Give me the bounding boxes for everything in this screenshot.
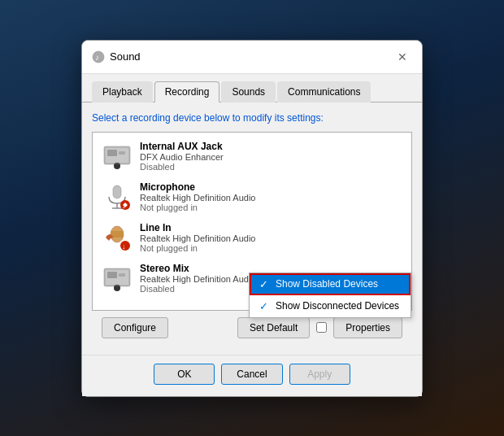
check-icon: ✓ xyxy=(258,278,269,290)
title-bar: ♪ Sound ✕ xyxy=(82,41,422,74)
device-name: Microphone xyxy=(140,181,402,193)
configure-button[interactable]: Configure xyxy=(102,317,168,338)
device-name: Line In xyxy=(140,222,402,233)
microphone-icon: ↓ xyxy=(102,182,132,211)
svg-text:↓: ↓ xyxy=(122,202,126,210)
list-item[interactable]: ↓ Line In Realtek High Definition Audio … xyxy=(96,217,408,258)
tab-communications[interactable]: Communications xyxy=(277,81,371,102)
default-checkbox[interactable] xyxy=(316,322,327,333)
svg-rect-19 xyxy=(119,273,125,277)
device-status: Not plugged in xyxy=(140,243,402,253)
dialog-bottom-bar: OK Cancel Apply xyxy=(82,355,422,396)
device-sub: Realtek High Definition Audio xyxy=(140,233,402,243)
context-item-label: Show Disabled Devices xyxy=(276,278,378,290)
svg-rect-4 xyxy=(107,150,117,156)
cancel-button[interactable]: Cancel xyxy=(221,364,282,385)
stereo-mix-icon xyxy=(102,264,132,293)
title-bar-left: ♪ Sound xyxy=(92,50,141,63)
device-info: Microphone Realtek High Definition Audio… xyxy=(140,181,402,212)
list-item[interactable]: ↓ Microphone Realtek High Definition Aud… xyxy=(96,177,408,217)
sound-dialog: ♪ Sound ✕ Playback Recording Sounds Comm… xyxy=(81,40,423,397)
svg-rect-5 xyxy=(119,151,125,155)
context-show-disabled[interactable]: ✓ Show Disabled Devices xyxy=(250,273,411,295)
device-status: Disabled xyxy=(140,162,402,172)
device-status: Not plugged in xyxy=(140,203,402,212)
dialog-content: Select a recording device below to modif… xyxy=(82,102,422,355)
device-info: Internal AUX Jack DFX Audio Enhancer Dis… xyxy=(140,141,402,172)
context-menu: ✓ Show Disabled Devices ✓ Show Disconnec… xyxy=(249,272,411,318)
line-in-icon: ↓ xyxy=(102,223,132,252)
apply-button[interactable]: Apply xyxy=(289,364,350,385)
properties-button[interactable]: Properties xyxy=(333,317,402,338)
svg-text:♪: ♪ xyxy=(95,53,99,62)
device-info: Line In Realtek High Definition Audio No… xyxy=(140,222,402,253)
device-sub: DFX Audio Enhancer xyxy=(140,152,402,162)
device-name: Internal AUX Jack xyxy=(140,141,402,152)
tab-bar: Playback Recording Sounds Communications xyxy=(82,74,422,102)
dialog-title: Sound xyxy=(110,50,141,63)
sound-icon: ♪ xyxy=(92,50,105,63)
close-button[interactable]: ✕ xyxy=(393,47,412,67)
device-sub: Realtek High Definition Audio xyxy=(140,193,402,203)
tab-sounds[interactable]: Sounds xyxy=(221,81,276,102)
instruction-text: Select a recording device below to modif… xyxy=(92,112,412,124)
default-checkbox-group xyxy=(316,322,327,333)
svg-text:↓: ↓ xyxy=(122,242,126,251)
context-item-label: Show Disconnected Devices xyxy=(276,300,399,312)
svg-rect-18 xyxy=(107,272,117,278)
device-list: Internal AUX Jack DFX Audio Enhancer Dis… xyxy=(92,132,412,311)
check-icon: ✓ xyxy=(258,300,269,312)
tab-playback[interactable]: Playback xyxy=(92,81,153,102)
set-default-button[interactable]: Set Default xyxy=(237,317,310,338)
tab-recording[interactable]: Recording xyxy=(154,81,220,102)
aux-jack-icon xyxy=(102,142,132,171)
list-item[interactable]: Internal AUX Jack DFX Audio Enhancer Dis… xyxy=(96,136,408,177)
ok-button[interactable]: OK xyxy=(154,364,215,385)
svg-rect-7 xyxy=(113,185,121,198)
context-show-disconnected[interactable]: ✓ Show Disconnected Devices xyxy=(250,295,411,317)
